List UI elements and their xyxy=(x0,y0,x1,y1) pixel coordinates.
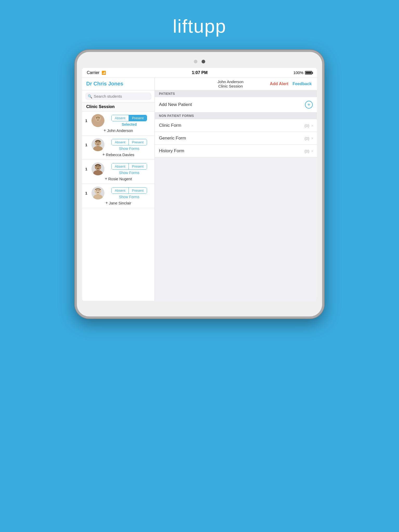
patient-row-top: 1 xyxy=(85,187,151,200)
search-bar: 🔍 xyxy=(82,90,155,102)
history-form-item[interactable]: History Form (0) › xyxy=(155,145,317,157)
svg-point-20 xyxy=(99,190,99,191)
patient-row-top: 1 xyxy=(85,162,151,175)
app-title: liftupp xyxy=(173,16,226,37)
absent-button[interactable]: Absent xyxy=(112,115,128,121)
search-icon: 🔍 xyxy=(88,94,92,98)
status-bar-left: Carrier 📶 xyxy=(87,70,106,75)
generic-form-item[interactable]: Generic Form (0) › xyxy=(155,132,317,145)
svg-point-4 xyxy=(99,118,99,119)
nav-header: Dr Chris Jones xyxy=(82,77,155,90)
history-form-count: (0) xyxy=(304,149,309,153)
right-content-area xyxy=(155,157,317,301)
add-new-patient-item[interactable]: Add New Patient + xyxy=(155,97,317,112)
svg-point-8 xyxy=(97,142,97,143)
svg-point-1 xyxy=(93,122,103,127)
patient-controls: Absent Present Show Forms xyxy=(107,139,151,151)
plus-icon: + xyxy=(104,128,106,133)
search-input-wrapper[interactable]: 🔍 xyxy=(85,92,151,100)
svg-point-16 xyxy=(93,194,103,200)
time-display: 1:07 PM xyxy=(192,70,208,75)
svg-point-2 xyxy=(95,116,101,122)
add-alert-button[interactable]: Add Alert xyxy=(270,82,288,86)
ipad-frame: Carrier 📶 1:07 PM 100% Dr Chris Jones xyxy=(75,50,324,318)
patient-number: 1 xyxy=(85,167,89,171)
absent-present-row: Absent Present xyxy=(111,163,147,170)
patient-number: 1 xyxy=(85,143,89,147)
battery-percent: 100% xyxy=(294,70,303,75)
plus-icon: + xyxy=(105,201,108,205)
patient-number: 1 xyxy=(85,118,89,123)
patient-row: 1 xyxy=(82,136,155,160)
clinic-form-label: Clinic Form xyxy=(159,123,181,128)
present-button[interactable]: Present xyxy=(129,139,147,145)
show-forms-label[interactable]: Show Forms xyxy=(119,147,139,151)
selected-label: Selected xyxy=(122,122,137,127)
absent-button[interactable]: Absent xyxy=(112,163,128,169)
ipad-camera-row xyxy=(82,60,317,63)
clinic-form-right: (0) › xyxy=(304,123,313,128)
present-button[interactable]: Present xyxy=(129,163,147,169)
history-form-right: (0) › xyxy=(304,149,313,153)
show-forms-label[interactable]: Show Forms xyxy=(119,195,139,199)
patient-row: 1 xyxy=(82,111,155,136)
plus-icon: + xyxy=(105,176,107,181)
avatar xyxy=(91,114,104,127)
app-content: Dr Chris Jones 🔍 Clinic Session xyxy=(82,77,317,301)
clinic-form-count: (0) xyxy=(304,123,309,128)
right-topbar: John Anderson Clinic Session Add Alert F… xyxy=(155,77,317,90)
svg-point-3 xyxy=(97,118,97,119)
nav-title: Dr Chris Jones xyxy=(86,81,123,87)
session-patient-name: John Anderson xyxy=(217,79,243,84)
carrier-label: Carrier xyxy=(87,70,99,75)
svg-point-9 xyxy=(99,142,99,143)
search-input[interactable] xyxy=(94,94,149,98)
generic-form-right: (0) › xyxy=(304,136,313,141)
generic-form-count: (0) xyxy=(304,136,309,141)
add-circle-icon[interactable]: + xyxy=(305,101,313,109)
patient-controls: Absent Present Show Forms xyxy=(107,187,151,199)
patient-row-top: 1 xyxy=(85,114,151,127)
avatar xyxy=(91,138,104,151)
topbar-actions: Add Alert Feedback xyxy=(270,82,312,86)
chevron-right-icon: › xyxy=(311,136,313,141)
clinic-form-item[interactable]: Clinic Form (0) › xyxy=(155,119,317,132)
history-form-label: History Form xyxy=(159,148,184,154)
plus-icon: + xyxy=(102,152,105,157)
show-forms-label[interactable]: Show Forms xyxy=(119,171,139,175)
clinic-session-label: Clinic Session xyxy=(82,102,155,111)
sidebar: Dr Chris Jones 🔍 Clinic Session xyxy=(82,77,155,301)
patient-list: 1 xyxy=(82,111,155,301)
generic-form-label: Generic Form xyxy=(159,136,186,141)
avatar xyxy=(91,187,104,200)
status-bar-right: 100% xyxy=(294,70,312,75)
present-button[interactable]: Present xyxy=(129,115,147,121)
svg-point-14 xyxy=(97,166,97,167)
feedback-button[interactable]: Feedback xyxy=(292,82,312,86)
patient-row-top: 1 xyxy=(85,138,151,151)
status-bar: Carrier 📶 1:07 PM 100% xyxy=(82,68,317,77)
absent-button[interactable]: Absent xyxy=(112,188,128,194)
patient-name: John Anderson xyxy=(107,128,133,133)
screen: Carrier 📶 1:07 PM 100% Dr Chris Jones xyxy=(82,68,317,301)
camera-dot-right xyxy=(202,60,205,63)
patient-row: 1 xyxy=(82,160,155,184)
absent-present-row: Absent Present xyxy=(111,139,147,145)
patient-name: Rebecca Davies xyxy=(106,152,134,157)
patient-name: Jane Sinclair xyxy=(109,201,131,205)
camera-dot-left xyxy=(194,60,197,63)
battery-fill xyxy=(306,72,311,74)
avatar xyxy=(91,162,104,175)
absent-button[interactable]: Absent xyxy=(112,139,128,145)
patient-row: 1 xyxy=(82,184,155,208)
session-subtitle: Clinic Session xyxy=(217,84,243,88)
right-panel: John Anderson Clinic Session Add Alert F… xyxy=(155,77,317,301)
present-button[interactable]: Present xyxy=(129,188,147,194)
chevron-right-icon: › xyxy=(311,123,313,128)
battery-icon xyxy=(305,71,312,75)
session-info: John Anderson Clinic Session xyxy=(217,79,243,88)
wifi-icon: 📶 xyxy=(102,71,106,75)
patient-number: 1 xyxy=(85,191,89,195)
svg-point-11 xyxy=(93,170,103,175)
absent-present-row: Absent Present xyxy=(111,187,147,194)
